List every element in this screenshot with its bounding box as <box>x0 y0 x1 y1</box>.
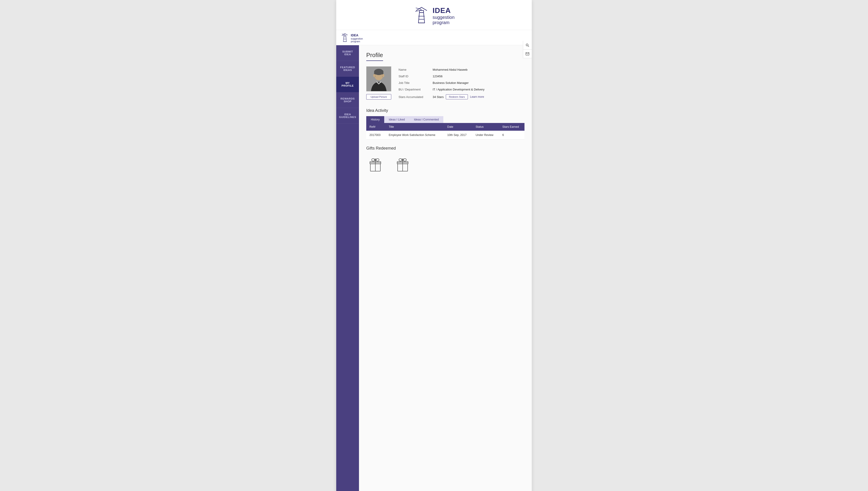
stars-count: 34 Stars <box>433 95 443 99</box>
col-title: Title <box>385 123 444 131</box>
sidebar-item-idea-guidelines[interactable]: IDEA GUIDELINES <box>336 108 359 124</box>
logo-large: IDEA suggestion program <box>413 6 455 25</box>
svg-line-10 <box>345 33 348 35</box>
profile-info: Name Mohammed Abdul Haseeb Staff ID 1234… <box>399 66 524 101</box>
col-date: Date <box>444 123 472 131</box>
top-header: IDEA suggestion program <box>336 0 532 30</box>
sidebar-item-submit-idea[interactable]: SUBMIT IDEA <box>336 45 359 61</box>
col-status: Status <box>472 123 499 131</box>
idea-activity-title: Idea Activity <box>366 108 524 113</box>
table-body: 2017003 Employee Work Satisfaction Schem… <box>366 131 524 140</box>
sidebar: SUBMIT IDEA FEATURED IDEAS MY PROFILE RE… <box>336 45 359 491</box>
row-status: Under Review <box>472 131 499 140</box>
row-date: 10th Sep, 2017 <box>444 131 472 140</box>
svg-line-1 <box>422 7 427 10</box>
profile-section: Upload Picture Name Mohammed Abdul Hasee… <box>366 66 524 101</box>
gifts-section: Gifts Redeemed <box>366 146 524 173</box>
col-ref: Ref# <box>366 123 385 131</box>
jobtitle-value: Business Solution Manager <box>433 80 524 86</box>
row-title: Employee Work Satisfaction Scheme <box>385 131 444 140</box>
svg-marker-12 <box>343 36 346 41</box>
search-icon-btn[interactable] <box>523 41 532 50</box>
lighthouse-icon-large <box>413 7 430 25</box>
jobtitle-label: Job Title <box>399 80 433 86</box>
svg-marker-3 <box>418 12 425 23</box>
gift-box-2 <box>394 155 412 173</box>
logo-text-large: IDEA suggestion program <box>433 6 455 25</box>
main-layout: SUBMIT IDEA FEATURED IDEAS MY PROFILE RE… <box>336 45 532 491</box>
profile-dept-row: BU / Department IT / Application Develop… <box>399 86 524 93</box>
gift-icon-2 <box>394 155 412 173</box>
dept-value: IT / Application Development & Delivery <box>433 86 524 93</box>
tab-ideas-liked[interactable]: Ideas I Liked <box>384 116 409 123</box>
content-area: Profile <box>359 45 532 491</box>
logo-small: IDEA suggestion program <box>341 33 363 43</box>
sub-header: IDEA suggestion program <box>336 30 532 45</box>
staffid-value: 123456 <box>433 73 524 80</box>
profile-photo <box>366 66 391 91</box>
gifts-title: Gifts Redeemed <box>366 146 524 151</box>
staffid-label: Staff ID <box>399 73 433 80</box>
upload-picture-button[interactable]: Upload Picture <box>366 94 391 99</box>
sidebar-item-rewards-shop[interactable]: REWARDS SHOP <box>336 92 359 108</box>
table-header: Ref# Title Date Status Stars Earned <box>366 123 524 131</box>
svg-point-20 <box>374 69 383 75</box>
dept-label: BU / Department <box>399 86 433 93</box>
logo-text-small: IDEA suggestion program <box>351 33 363 43</box>
mail-icon <box>526 52 529 55</box>
row-stars: 6 <box>499 131 524 140</box>
table-row: 2017003 Employee Work Satisfaction Schem… <box>366 131 524 140</box>
page-title: Profile <box>366 52 383 61</box>
activity-tabs: History Ideas I Liked Ideas I Commented <box>366 116 524 123</box>
person-photo-svg <box>367 66 391 91</box>
col-stars: Stars Earned <box>499 123 524 131</box>
lighthouse-icon-small <box>341 33 349 43</box>
name-label: Name <box>399 66 433 73</box>
name-value: Mohammed Abdul Haseeb <box>433 66 524 73</box>
profile-jobtitle-row: Job Title Business Solution Manager <box>399 80 524 86</box>
gifts-row <box>366 155 524 173</box>
tab-ideas-commented[interactable]: Ideas I Commented <box>409 116 443 123</box>
sidebar-item-my-profile[interactable]: MY PROFILE <box>336 77 359 92</box>
svg-line-36 <box>528 46 529 47</box>
tab-history[interactable]: History <box>366 116 384 123</box>
svg-point-23 <box>373 74 375 77</box>
idea-activity-section: Idea Activity History Ideas I Liked Idea… <box>366 108 524 140</box>
profile-photo-area: Upload Picture <box>366 66 391 101</box>
sidebar-item-featured-ideas[interactable]: FEATURED IDEAS <box>336 61 359 77</box>
redeem-stars-button[interactable]: Redeem Stars <box>446 94 468 99</box>
gift-icon-1 <box>366 155 384 173</box>
activity-table: Ref# Title Date Status Stars Earned 2017… <box>366 123 524 140</box>
svg-rect-2 <box>419 10 423 12</box>
profile-name-row: Name Mohammed Abdul Haseeb <box>399 66 524 73</box>
profile-staffid-row: Staff ID 123456 <box>399 73 524 80</box>
learn-more-link[interactable]: Learn more <box>470 95 484 98</box>
stars-row: 34 Stars Redeem Stars Learn more <box>433 94 522 99</box>
row-ref: 2017003 <box>366 131 385 140</box>
svg-point-24 <box>382 74 384 77</box>
stars-cell: 34 Stars Redeem Stars Learn more <box>433 93 524 101</box>
search-icon <box>526 44 529 47</box>
right-icons-panel <box>523 41 532 58</box>
profile-stars-row: Stars Accumulated 34 Stars Redeem Stars … <box>399 93 524 101</box>
mail-icon-btn[interactable] <box>523 50 532 58</box>
stars-label: Stars Accumulated <box>399 93 433 101</box>
profile-table: Name Mohammed Abdul Haseeb Staff ID 1234… <box>399 66 524 101</box>
svg-rect-11 <box>344 35 346 36</box>
gift-box-1 <box>366 155 384 173</box>
